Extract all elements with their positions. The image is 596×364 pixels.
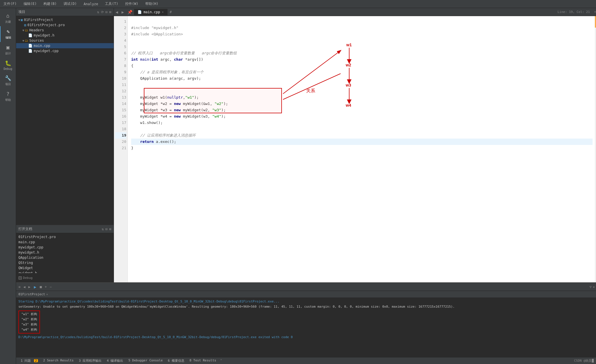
svg-text:关系: 关系 (306, 88, 315, 93)
open-docs-expand-icon[interactable]: ⊞ (109, 227, 111, 231)
output-line-6: D:\MyProgram\practice_Qt\codes/bulidingT… (18, 335, 594, 340)
open-docs-sort-icon[interactable]: ⇅ (102, 227, 104, 231)
status-tab-compile[interactable]: 4 编译输出 (104, 358, 125, 363)
output-line-5: "w4" 析构 (21, 327, 37, 332)
tree-icon-sync[interactable]: ⟳ (101, 10, 104, 14)
editor-tab-main-cpp[interactable]: 📄 main.cpp ✕ (134, 9, 167, 15)
tab-pin[interactable]: 📌 (126, 9, 134, 16)
status-tab-overview[interactable]: 6 概要信息 (166, 358, 187, 363)
output-line-2: "w1" 析构 (21, 312, 37, 317)
tab-nav-back[interactable]: ◀ (114, 9, 120, 16)
status-tab-issues[interactable]: 1 问题 2 (18, 358, 40, 363)
output-tab-bar: 01FirstProject ✕ (16, 291, 596, 298)
open-docs-split-icon[interactable]: ⊟ (106, 227, 108, 231)
tree-item-main-cpp[interactable]: 📄 main.cpp (16, 43, 114, 48)
menu-edit[interactable]: 编辑(E) (22, 1, 38, 7)
margin-mark (595, 16, 596, 28)
line-8: // a 是应用程序对象，有且仅有一个 (131, 70, 204, 74)
sidebar-icon-help[interactable]: ? 帮助 (0, 89, 16, 104)
bottom-tab-nav-right[interactable]: ▶ (27, 284, 31, 290)
tree-icon-expand[interactable]: ⊞ (109, 10, 111, 14)
line-numbers: 1 2 3 4 5 6 7 8 9 10 11 12 13 14 (114, 16, 128, 282)
bottom-panel-collapse[interactable]: ▽ (590, 285, 592, 289)
output-tab-close[interactable]: ✕ (46, 293, 48, 296)
status-tab-more[interactable]: ⌃ (219, 358, 223, 363)
sidebar-icon-design[interactable]: ▣ 设计 (0, 42, 16, 58)
sidebar-label-welcome: 次建 (5, 20, 11, 24)
open-doc-mywidgetcpp[interactable]: mywidget.cpp (16, 245, 114, 250)
tree-item-headers[interactable]: ▼ 🗂 Headers (16, 28, 114, 33)
code-editor[interactable]: 1 2 3 4 5 6 7 8 9 10 11 12 13 14 (114, 16, 596, 282)
tree-item-mywidget-cpp[interactable]: 📄 mywidget.cpp (16, 48, 114, 53)
tree-arrow-sources: ▼ (22, 39, 24, 42)
pro-file-icon: ▤ (24, 23, 26, 27)
menu-build[interactable]: 构建(B) (42, 1, 58, 7)
open-doc-maincpp[interactable]: main.cpp (16, 240, 114, 245)
sidebar-icon-welcome[interactable]: ⌂ 次建 (0, 10, 16, 26)
menu-help[interactable]: 帮助(H) (144, 1, 160, 7)
status-tab-test[interactable]: 8 Test Results (187, 358, 219, 363)
sidebar-icon-project[interactable]: 🔧 项目 (0, 73, 16, 89)
line-16: w1.show(); (131, 120, 163, 125)
status-tab-app-output[interactable]: 3 应用程序输出 (77, 358, 104, 363)
status-right-text: CSDN @杨昊█ (574, 359, 594, 363)
open-doc-mywidgeth[interactable]: mywidget.h (16, 250, 114, 255)
project-tree-header-icons: ⇅ ⟳ ⊟ ⊞ (97, 10, 111, 14)
menu-debug[interactable]: 调试(D) (62, 1, 78, 7)
tab-close-btn[interactable]: ✕ (162, 10, 164, 14)
bottom-panel: ≡ ◀ ▶ ▶ ■ + − ▽ ✕ 01FirstProject ✕ (16, 282, 596, 357)
tab-nav-forward[interactable]: ▶ (120, 9, 125, 16)
bottom-tab-icon-menu[interactable]: ≡ (17, 284, 22, 290)
open-doc-qwidget[interactable]: QWidget (16, 265, 114, 271)
tree-icon-filter[interactable]: ⇅ (97, 10, 99, 14)
line-14: myWidget *w3 = new myWidget(w2, "w3"); (131, 108, 226, 112)
sidebar-icon-edit[interactable]: ✎ 编辑 (0, 26, 16, 42)
sidebar-icon-debug[interactable]: 🐛 Debug (0, 58, 16, 73)
menu-tools[interactable]: 工具(T) (104, 1, 119, 7)
sidebar-bottom-icon[interactable]: ⊡ (18, 274, 22, 281)
line-20: } (131, 146, 133, 150)
edit-icon: ✎ (7, 28, 10, 35)
tree-arrow-headers: ▼ (22, 29, 24, 32)
bottom-tab-nav-left[interactable]: ◀ (22, 284, 26, 290)
output-tab-01firstproject[interactable]: 01FirstProject ✕ (18, 292, 48, 296)
status-tab-debugger[interactable]: 5 Debugger Console (126, 358, 165, 363)
sidebar-label-design: 设计 (5, 51, 11, 55)
bottom-panel-right-icons: ▽ ✕ (590, 285, 595, 289)
tree-item-pro[interactable]: ▤ 01FirstProject.pro (16, 22, 114, 28)
app-output[interactable]: Starting D:\MyProgram\practice_Qt\codes\… (16, 298, 596, 357)
tree-arrow-project: ▼ (18, 18, 20, 22)
tree-label-main-cpp: main.cpp (34, 44, 50, 48)
line-7: { (131, 64, 133, 68)
open-doc-qapplication[interactable]: QApplication (16, 255, 114, 260)
main-layout: ⌂ 次建 ✎ 编辑 ▣ 设计 🐛 Debug 🔧 项目 ? 帮助 (0, 8, 596, 364)
sidebar-label-debug-bottom: Debug (23, 276, 33, 280)
bottom-panel-close[interactable]: ✕ (593, 285, 595, 289)
bottom-stop-btn[interactable]: ■ (39, 284, 43, 290)
tree-label-mywidget-h: mywidget.h (34, 33, 54, 37)
bottom-add-btn[interactable]: + (43, 284, 48, 290)
bottom-remove-btn[interactable]: − (49, 284, 53, 290)
tree-icon-split[interactable]: ⊟ (106, 10, 108, 14)
status-tab-search[interactable]: 2 Search Results (41, 358, 76, 363)
menu-controls[interactable]: 控件(W) (124, 1, 140, 7)
line-12: myWidget w1(nullptr,"w1"); (131, 95, 199, 99)
code-content[interactable]: #include "mywidget.h" #include <QApplica… (128, 16, 596, 282)
open-doc-qstring[interactable]: QString (16, 260, 114, 265)
open-doc-label-5: QString (18, 261, 33, 265)
tab-label-main-cpp: main.cpp (144, 10, 160, 14)
open-docs-title: 打开文档 (18, 227, 32, 231)
bottom-run-btn[interactable]: ▶ (32, 284, 38, 290)
tree-item-sources[interactable]: ▼ 🗂 Sources (16, 38, 114, 43)
menu-file[interactable]: 文件(F) (2, 1, 18, 7)
menu-analyze[interactable]: Analyze (83, 1, 100, 7)
open-doc-qwidgeth[interactable]: qwidget.h (16, 271, 114, 273)
tree-item-project[interactable]: ▼ ▣ 01FirstProject (16, 17, 114, 22)
editor-status-right: Line: 19, Col: 21 + (557, 10, 596, 14)
output-line-0: Starting D:\MyProgram\practice_Qt\codes\… (18, 299, 594, 304)
tree-label-mywidget-cpp: mywidget.cpp (34, 49, 59, 53)
open-doc-01firstproject[interactable]: 01FirstProject.pro (16, 234, 114, 240)
content-area: 项目 ⇅ ⟳ ⊟ ⊞ ▼ ▣ 01FirstProject (16, 8, 596, 364)
tree-item-mywidget-h[interactable]: 📄 mywidget.h (16, 33, 114, 38)
tree-label-project: 01FirstProject (24, 18, 53, 22)
